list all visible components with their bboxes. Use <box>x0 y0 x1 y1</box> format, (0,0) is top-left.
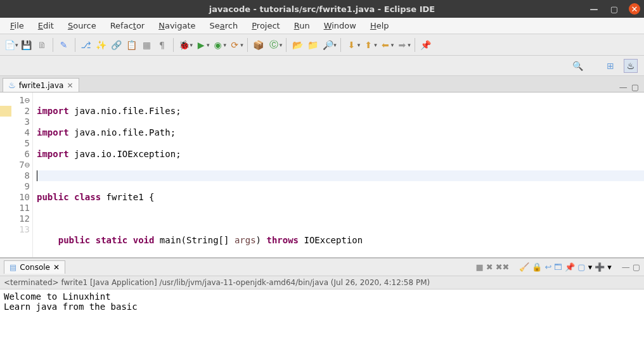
close-console-icon[interactable]: ✕ <box>53 263 60 272</box>
window-title: javacode - tutorials/src/fwrite1.java - … <box>209 4 435 14</box>
link-icon[interactable]: 🔗 <box>110 38 124 52</box>
window-titlebar: javacode - tutorials/src/fwrite1.java - … <box>0 0 644 18</box>
menu-help[interactable]: Help <box>364 19 396 32</box>
display-selected-icon[interactable]: ▢ <box>577 262 585 272</box>
close-button[interactable]: ✕ <box>629 3 640 15</box>
show-console-icon[interactable]: 🗔 <box>554 262 562 272</box>
remove-launch-icon[interactable]: ✖ <box>486 262 493 272</box>
console-tab-label: Console <box>20 263 50 272</box>
maximize-button[interactable]: ▢ <box>609 3 620 15</box>
run-icon[interactable]: ▶ <box>194 38 208 52</box>
menu-edit[interactable]: Edit <box>32 19 60 32</box>
save-all-icon[interactable]: 🗎 <box>35 38 49 52</box>
new-package-icon[interactable]: 📦 <box>252 38 266 52</box>
pilcrow-icon[interactable]: ¶ <box>155 38 169 52</box>
open-perspective-icon[interactable]: ⊞ <box>603 59 617 73</box>
open-folder-icon[interactable]: 📂 <box>290 38 304 52</box>
search-icon[interactable]: 🔍 <box>570 59 584 73</box>
maximize-view-icon[interactable]: ▢ <box>631 82 639 92</box>
marker-column <box>0 92 11 257</box>
console-panel: ▤ Console ✕ ■ ✖ ✖✖ 🧹 🔒 ↩ 🗔 📌 ▢▾ ➕▾ — ▢ <… <box>0 257 644 344</box>
console-icon: ▤ <box>10 263 16 272</box>
open-console-icon[interactable]: ➕ <box>595 262 605 272</box>
menu-bar: FFileile Edit Source Refactor Navigate S… <box>0 18 644 34</box>
menu-file[interactable]: FFileile <box>4 19 30 32</box>
main-toolbar: 📄▾ 💾 🗎 ✎ ⎇ ✨ 🔗 📋 ▦ ¶ 🐞▾ ▶▾ ◉▾ ⟳▾ 📦 Ⓒ▾ 📂 … <box>0 34 644 56</box>
menu-source[interactable]: Source <box>61 19 103 32</box>
new-icon[interactable]: 📄 <box>3 38 16 52</box>
new-class-icon[interactable]: Ⓒ <box>267 38 281 52</box>
open-folder2-icon[interactable]: 📁 <box>306 38 319 52</box>
search-file-icon[interactable]: 🔎 <box>321 38 335 52</box>
remove-all-icon[interactable]: ✖✖ <box>496 262 510 272</box>
editor-tabbar: ♨ fwrite1.java ✕ — ▢ <box>0 76 644 92</box>
menu-navigate[interactable]: Navigate <box>152 19 202 32</box>
console-tab[interactable]: ▤ Console ✕ <box>4 260 65 274</box>
clear-console-icon[interactable]: 🧹 <box>519 262 529 272</box>
highlight-icon[interactable]: ✨ <box>94 38 108 52</box>
run-last-icon[interactable]: ⟳ <box>228 38 242 52</box>
open-type-icon[interactable]: ⎇ <box>79 38 93 52</box>
editor-area: ♨ fwrite1.java ✕ — ▢ 1⊖234 567⊖8 9101112… <box>0 76 644 257</box>
menu-refactor[interactable]: Refactor <box>104 19 151 32</box>
warning-marker-icon <box>0 106 11 117</box>
editor-tab-label: fwrite1.java <box>19 81 64 90</box>
menu-window[interactable]: Window <box>318 19 363 32</box>
java-file-icon: ♨ <box>8 80 16 90</box>
perspective-bar: 🔍 ⊞ ♨ <box>0 56 644 76</box>
line-number-gutter: 1⊖234 567⊖8 910111213 <box>11 92 33 257</box>
coverage-icon[interactable]: ◉ <box>211 38 225 52</box>
java-perspective-icon[interactable]: ♨ <box>624 59 638 73</box>
menu-search[interactable]: Search <box>203 19 245 32</box>
menu-project[interactable]: Project <box>245 19 287 32</box>
pin-icon[interactable]: 📌 <box>419 38 433 52</box>
minimize-view-icon[interactable]: — <box>619 82 628 92</box>
editor-tab-fwrite1[interactable]: ♨ fwrite1.java ✕ <box>3 78 79 92</box>
scroll-lock-icon[interactable]: 🔒 <box>532 262 542 272</box>
minimize-button[interactable]: — <box>588 3 600 15</box>
next-annotation-icon[interactable]: ⬆ <box>361 38 375 52</box>
menu-run[interactable]: Run <box>288 19 316 32</box>
code-editor[interactable]: 1⊖234 567⊖8 910111213 import java.nio.fi… <box>0 92 644 257</box>
debug-icon[interactable]: 🐞 <box>177 38 191 52</box>
console-status: <terminated> fwrite1 [Java Application] … <box>0 276 644 290</box>
pin-console-icon[interactable]: 📌 <box>565 262 575 272</box>
terminate-icon[interactable]: ■ <box>475 262 483 272</box>
block-icon[interactable]: ▦ <box>140 38 154 52</box>
save-icon[interactable]: 💾 <box>20 38 34 52</box>
forward-icon[interactable]: ➡ <box>395 38 409 52</box>
console-header: ▤ Console ✕ ■ ✖ ✖✖ 🧹 🔒 ↩ 🗔 📌 ▢▾ ➕▾ — ▢ <box>0 258 644 276</box>
wand-icon[interactable]: ✎ <box>57 38 71 52</box>
back-icon[interactable]: ⬅ <box>378 38 392 52</box>
task-icon[interactable]: 📋 <box>125 38 139 52</box>
word-wrap-icon[interactable]: ↩ <box>544 262 551 272</box>
prev-annotation-icon[interactable]: ⬇ <box>345 38 359 52</box>
close-tab-icon[interactable]: ✕ <box>67 81 73 90</box>
console-output[interactable]: Welcome to Linuxhint Learn java from the… <box>0 290 644 344</box>
console-toolbar: ■ ✖ ✖✖ 🧹 🔒 ↩ 🗔 📌 ▢▾ ➕▾ — ▢ <box>475 262 640 272</box>
maximize-console-icon[interactable]: ▢ <box>633 262 640 272</box>
minimize-console-icon[interactable]: — <box>622 262 630 272</box>
code-content[interactable]: import java.nio.file.Files; import java.… <box>33 92 644 257</box>
